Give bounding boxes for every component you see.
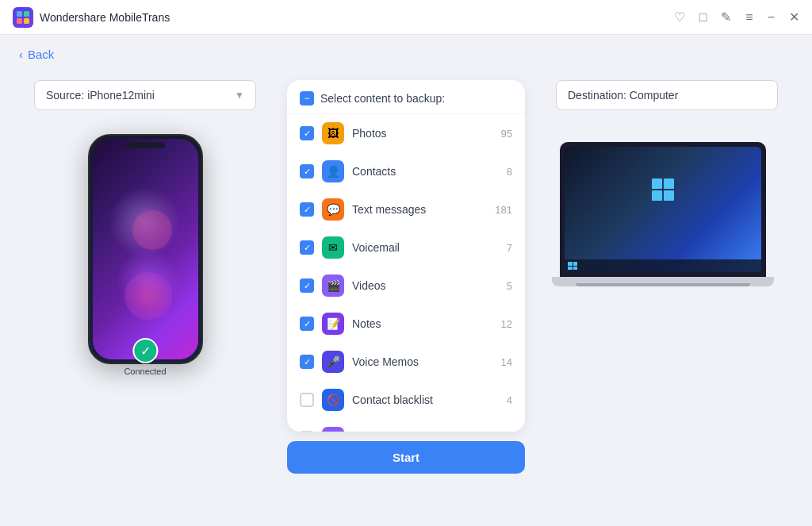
item-label: Voice Memos xyxy=(352,355,493,368)
item-icon: 👤 xyxy=(322,160,344,182)
win-tile-4 xyxy=(664,190,674,201)
chevron-down-icon: ▼ xyxy=(235,90,244,101)
item-label: Voicemail xyxy=(352,241,499,254)
user-icon[interactable]: ♡ xyxy=(674,10,685,25)
item-icon: 📝 xyxy=(322,313,344,335)
item-checkbox[interactable]: ✓ xyxy=(300,240,314,255)
app-title: Wondershare MobileTrans xyxy=(40,11,170,24)
start-button[interactable]: Start xyxy=(287,441,525,474)
items-list: ✓🖼Photos95✓👤Contacts8✓💬Text messages181✓… xyxy=(287,114,525,432)
win-elements xyxy=(565,155,761,201)
item-checkbox[interactable]: ✓ xyxy=(300,164,314,179)
backup-panel: − Select content to backup: ✓🖼Photos95✓👤… xyxy=(287,80,525,432)
list-item[interactable]: 📅Calendar7 xyxy=(287,419,525,432)
laptop-screen-outer xyxy=(560,142,766,277)
window-controls: ♡ □ ✎ ≡ − ✕ xyxy=(674,10,799,25)
item-count: 181 xyxy=(495,204,512,216)
item-icon: 🎤 xyxy=(322,351,344,373)
win-tile-3 xyxy=(652,190,662,201)
item-count: 14 xyxy=(501,356,512,368)
taskbar-win-3 xyxy=(568,267,573,271)
laptop-illustration xyxy=(560,142,774,286)
phone-screen xyxy=(93,139,198,359)
item-count: 12 xyxy=(501,318,512,330)
phone-notch xyxy=(125,142,165,148)
app-logo xyxy=(13,7,33,28)
screen-decor2 xyxy=(132,210,172,250)
chat-icon[interactable]: □ xyxy=(699,10,707,25)
item-icon: ✉ xyxy=(322,236,344,259)
laptop-screen xyxy=(565,147,761,272)
item-checkbox[interactable]: ✓ xyxy=(300,278,314,293)
item-label: Notes xyxy=(352,317,493,330)
item-icon: 🚫 xyxy=(322,389,344,411)
item-icon: 💬 xyxy=(322,198,344,221)
taskbar-win-2 xyxy=(573,262,578,266)
phone-body xyxy=(88,134,203,364)
laptop-base xyxy=(552,277,774,286)
item-label: Text messages xyxy=(352,203,487,216)
item-checkbox[interactable]: ✓ xyxy=(300,202,314,217)
list-item[interactable]: ✓🎬Videos5 xyxy=(287,267,525,305)
connected-text: Connected xyxy=(124,367,166,376)
svg-rect-3 xyxy=(24,18,29,24)
list-item[interactable]: ✓💬Text messages181 xyxy=(287,190,525,228)
item-count: 7 xyxy=(507,242,512,254)
item-count: 4 xyxy=(507,394,512,406)
source-column: Source: iPhone12mini ▼ ✓ Connect xyxy=(19,80,271,364)
item-count: 5 xyxy=(507,280,512,292)
item-count: 8 xyxy=(507,166,512,178)
connected-icon: ✓ xyxy=(132,338,158,363)
screen-taskbar xyxy=(565,259,761,272)
screen-circle xyxy=(124,272,172,320)
list-item[interactable]: ✓👤Contacts8 xyxy=(287,152,525,190)
titlebar: Wondershare MobileTrans ♡ □ ✎ ≡ − ✕ xyxy=(0,0,812,35)
select-all-checkbox[interactable]: − xyxy=(300,91,314,106)
win-tile-1 xyxy=(652,179,662,189)
item-label: Contact blacklist xyxy=(352,394,499,406)
content-layout: Source: iPhone12mini ▼ ✓ Connect xyxy=(19,80,793,498)
taskbar-win-4 xyxy=(573,267,578,271)
minimize-icon[interactable]: − xyxy=(768,10,775,25)
menu-icon[interactable]: ≡ xyxy=(745,10,753,25)
list-item[interactable]: ✓✉Voicemail7 xyxy=(287,228,525,267)
center-column: − Select content to backup: ✓🖼Photos95✓👤… xyxy=(287,80,525,474)
list-item[interactable]: ✓📝Notes12 xyxy=(287,305,525,343)
win-tile-2 xyxy=(664,179,674,189)
item-icon: 📅 xyxy=(322,427,344,432)
panel-header: − Select content to backup: xyxy=(287,80,525,114)
edit-icon[interactable]: ✎ xyxy=(721,10,731,25)
close-icon[interactable]: ✕ xyxy=(789,10,799,25)
item-label: Contacts xyxy=(352,165,499,178)
back-arrow-icon: ‹ xyxy=(19,48,23,61)
list-item[interactable]: ✓🖼Photos95 xyxy=(287,114,525,152)
item-checkbox[interactable]: ✓ xyxy=(300,126,314,140)
destination-column: Destination: Computer xyxy=(541,80,793,286)
source-label: Source: iPhone12mini xyxy=(46,89,155,102)
panel-header-text: Select content to backup: xyxy=(320,92,445,105)
list-item[interactable]: 🚫Contact blacklist4 xyxy=(287,381,525,419)
destination-header: Destination: Computer xyxy=(556,80,778,110)
taskbar-win-1 xyxy=(568,262,573,266)
back-label: Back xyxy=(28,48,54,61)
destination-label: Destination: Computer xyxy=(568,89,678,102)
list-item[interactable]: ✓🎤Voice Memos14 xyxy=(287,343,525,381)
item-icon: 🖼 xyxy=(322,122,344,144)
main-content: ‹ Back Source: iPhone12mini ▼ xyxy=(0,35,812,526)
item-checkbox[interactable] xyxy=(300,431,314,432)
source-dropdown[interactable]: Source: iPhone12mini ▼ xyxy=(34,80,256,110)
item-checkbox[interactable]: ✓ xyxy=(300,355,314,369)
svg-rect-1 xyxy=(24,11,29,17)
connected-badge: ✓ Connected xyxy=(124,338,166,376)
svg-rect-0 xyxy=(17,11,22,17)
item-checkbox[interactable]: ✓ xyxy=(300,317,314,331)
item-label: Photos xyxy=(352,127,493,140)
back-button[interactable]: ‹ Back xyxy=(19,48,793,61)
item-checkbox[interactable] xyxy=(300,393,314,407)
phone-illustration: ✓ Connected xyxy=(88,134,203,364)
item-icon: 🎬 xyxy=(322,275,344,297)
item-label: Videos xyxy=(352,279,499,292)
svg-rect-2 xyxy=(17,18,22,24)
item-count: 95 xyxy=(501,128,512,140)
